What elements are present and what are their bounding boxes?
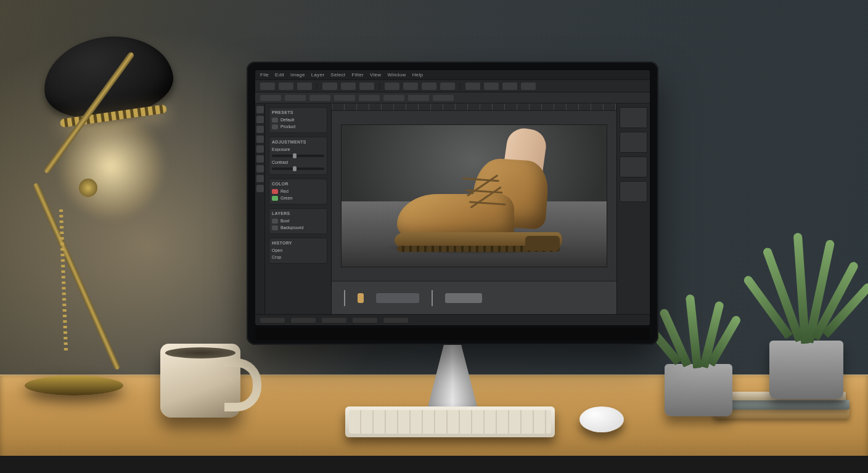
right-panels <box>616 103 650 314</box>
option-field[interactable] <box>334 95 355 101</box>
toolbar-button[interactable] <box>279 83 293 90</box>
left-panels: Presets Default Product Adjustments Expo… <box>265 103 332 314</box>
menu-item[interactable]: View <box>370 72 381 78</box>
editor-app-screen: File Edit Image Layer Select Filter View… <box>255 70 650 325</box>
timeline-clip[interactable] <box>445 293 482 303</box>
options-bar <box>255 92 650 103</box>
toolbar-button[interactable] <box>341 83 356 90</box>
option-field[interactable] <box>309 95 330 101</box>
wireless-mouse <box>579 406 624 432</box>
panel-title: History <box>272 241 324 245</box>
toolbar-button[interactable] <box>502 83 517 90</box>
document-canvas[interactable] <box>342 125 607 267</box>
panel-row[interactable]: Open <box>272 248 282 253</box>
option-field[interactable] <box>359 95 380 101</box>
separator <box>317 83 317 90</box>
panel-presets[interactable]: Presets Default Product <box>269 107 327 133</box>
option-field[interactable] <box>260 95 281 101</box>
status-segment <box>322 318 346 323</box>
option-field[interactable] <box>408 95 429 101</box>
all-in-one-monitor: File Edit Image Layer Select Filter View… <box>247 62 658 345</box>
option-field[interactable] <box>285 95 306 101</box>
eyedropper-tool-icon[interactable] <box>256 175 264 182</box>
status-bar <box>255 314 650 325</box>
panel-color[interactable]: Color Red Green <box>269 179 327 204</box>
panel-row[interactable]: Default <box>280 118 294 122</box>
panel-thumbnail[interactable] <box>620 181 647 202</box>
bottom-timeline-panel[interactable] <box>332 281 616 314</box>
toolbar-button[interactable] <box>297 83 312 90</box>
toolbar-button[interactable] <box>440 83 455 90</box>
timeline-marker-icon[interactable] <box>344 290 345 306</box>
tool-strip <box>255 103 265 314</box>
menu-item[interactable]: Select <box>330 72 345 78</box>
toolbar-button[interactable] <box>465 83 480 90</box>
panel-row[interactable]: Background <box>280 225 303 230</box>
canvas-area <box>332 103 616 314</box>
toolbar-button[interactable] <box>322 83 337 90</box>
main-toolbar <box>255 80 650 92</box>
timeline-clip[interactable] <box>376 293 419 303</box>
eraser-tool-icon[interactable] <box>256 145 264 153</box>
menu-item[interactable]: Image <box>290 72 305 78</box>
option-field[interactable] <box>433 95 454 101</box>
horizontal-ruler[interactable] <box>332 103 616 111</box>
option-field[interactable] <box>383 95 404 101</box>
panel-adjustments[interactable]: Adjustments Exposure Contrast <box>269 137 327 175</box>
panel-thumbnail[interactable] <box>620 156 647 177</box>
move-tool-icon[interactable] <box>256 106 264 113</box>
panel-title: Color <box>272 182 324 186</box>
crop-tool-icon[interactable] <box>256 126 264 133</box>
menu-bar[interactable]: File Edit Image Layer Select Filter View… <box>255 70 650 80</box>
text-tool-icon[interactable] <box>256 155 264 163</box>
panel-thumbnail[interactable] <box>620 132 647 153</box>
separator <box>460 83 461 90</box>
zoom-tool-icon[interactable] <box>256 185 264 192</box>
toolbar-button[interactable] <box>403 83 418 90</box>
status-segment <box>291 318 316 323</box>
panel-layers[interactable]: Layers Boot Background <box>269 208 327 234</box>
slider[interactable] <box>272 168 324 170</box>
plant-pot-large <box>769 341 843 399</box>
panel-row[interactable]: Red <box>280 189 289 193</box>
panel-title: Presets <box>272 110 324 115</box>
menu-item[interactable]: Edit <box>275 72 284 78</box>
panel-row[interactable]: Boot <box>280 219 289 223</box>
toolbar-button[interactable] <box>484 83 499 90</box>
toolbar-button[interactable] <box>359 83 374 90</box>
status-segment <box>383 318 408 323</box>
wireless-keyboard <box>345 406 555 437</box>
panel-row[interactable]: Product <box>280 124 295 129</box>
panel-history[interactable]: History Open Crop <box>269 238 327 264</box>
timeline-clip[interactable] <box>358 293 364 303</box>
menu-item[interactable]: Layer <box>311 72 325 78</box>
coffee-mug <box>160 344 240 418</box>
select-tool-icon[interactable] <box>256 116 264 123</box>
toolbar-button[interactable] <box>385 83 399 90</box>
panel-title: Layers <box>272 211 324 216</box>
slider[interactable] <box>272 155 324 157</box>
panel-thumbnail[interactable] <box>620 107 647 128</box>
menu-item[interactable]: Window <box>387 72 406 78</box>
brush-tool-icon[interactable] <box>256 135 264 143</box>
menu-item[interactable]: File <box>260 72 269 78</box>
shape-tool-icon[interactable] <box>256 165 264 172</box>
menu-item[interactable]: Filter <box>351 72 364 78</box>
toolbar-button[interactable] <box>260 83 275 90</box>
panel-row[interactable]: Green <box>280 196 292 200</box>
boot-subject <box>397 141 563 246</box>
toolbar-button[interactable] <box>521 83 536 90</box>
panel-row[interactable]: Contrast <box>272 160 288 164</box>
panel-row[interactable]: Exposure <box>272 147 290 152</box>
separator <box>379 83 380 90</box>
plant-pot-small <box>665 364 732 416</box>
toolbar-button[interactable] <box>422 83 436 90</box>
status-segment <box>353 318 377 323</box>
timeline-marker-icon[interactable] <box>432 290 433 306</box>
menu-item[interactable]: Help <box>412 72 424 78</box>
panel-title: Adjustments <box>272 140 324 144</box>
panel-row[interactable]: Crop <box>272 255 281 259</box>
status-segment <box>260 318 285 323</box>
